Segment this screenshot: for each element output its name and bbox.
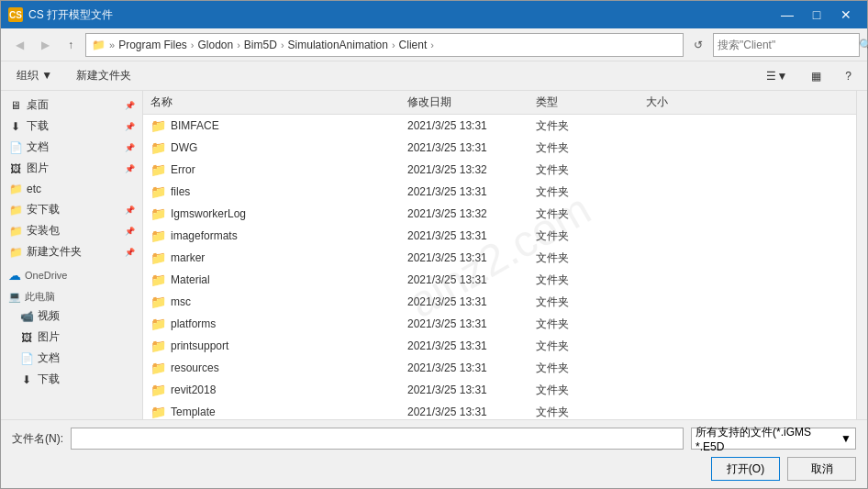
col-header-type[interactable]: 类型	[536, 94, 646, 110]
breadcrumb-2[interactable]: Glodon	[197, 39, 233, 51]
table-row[interactable]: 📁 BIMFACE 2021/3/25 13:31 文件夹	[143, 115, 856, 137]
col-header-name[interactable]: 名称	[150, 94, 407, 110]
table-row[interactable]: 📁 Error 2021/3/25 13:32 文件夹	[143, 159, 856, 181]
table-row[interactable]: 📁 Template 2021/3/25 13:31 文件夹	[143, 401, 856, 419]
sidebar-item-docs2[interactable]: 📄 文档	[1, 348, 142, 369]
file-type: 文件夹	[536, 206, 646, 222]
refresh-button[interactable]: ↺	[687, 34, 709, 56]
sidebar-item-install[interactable]: 📁 安下载 📌	[1, 199, 142, 220]
pin-icon-2: 📌	[125, 122, 135, 131]
breadcrumb-root: 📁	[92, 39, 106, 51]
search-input[interactable]	[718, 39, 855, 51]
file-name: msc	[171, 295, 407, 308]
filetype-select[interactable]: 所有支持的文件(*.iGMS *.E5D ▼	[691, 428, 856, 450]
pin-icon-3: 📌	[125, 143, 135, 152]
sidebar-item-pics2[interactable]: 🖼 图片	[1, 327, 142, 348]
table-row[interactable]: 📁 IgmsworkerLog 2021/3/25 13:32 文件夹	[143, 203, 856, 225]
desktop-icon: 🖥	[8, 98, 23, 113]
up-button[interactable]: ↑	[60, 34, 82, 56]
sidebar-label-docs2: 文档	[38, 350, 60, 366]
file-date: 2021/3/25 13:31	[407, 361, 536, 374]
sidebar-item-docs1[interactable]: 📄 文档 📌	[1, 137, 142, 158]
pin-icon-5: 📌	[125, 206, 135, 215]
file-type: 文件夹	[536, 405, 646, 420]
docs2-icon: 📄	[19, 351, 34, 366]
sidebar-label-videos: 视频	[38, 308, 60, 324]
sidebar-item-videos[interactable]: 📹 视频	[1, 306, 142, 327]
new-folder-button[interactable]: 新建文件夹	[68, 65, 139, 87]
breadcrumb-4[interactable]: SimulationAnimation	[288, 39, 388, 51]
file-date: 2021/3/25 13:31	[407, 185, 536, 198]
sidebar-item-pkg[interactable]: 📁 安装包 📌	[1, 220, 142, 241]
file-date: 2021/3/25 13:32	[407, 207, 536, 220]
organize-button[interactable]: 组织 ▼	[8, 65, 61, 87]
filename-input[interactable]	[71, 428, 684, 450]
table-row[interactable]: 📁 printsupport 2021/3/25 13:31 文件夹	[143, 335, 856, 357]
breadcrumb-1[interactable]: Program Files	[118, 39, 187, 51]
scrollbar[interactable]	[856, 91, 867, 419]
table-row[interactable]: 📁 files 2021/3/25 13:31 文件夹	[143, 181, 856, 203]
file-type: 文件夹	[536, 272, 646, 288]
sidebar-item-newfolder[interactable]: 📁 新建文件夹 📌	[1, 241, 142, 262]
app-icon: CS	[8, 7, 23, 22]
computer-icon: 💻	[8, 291, 21, 303]
file-name: Material	[171, 273, 407, 286]
table-row[interactable]: 📁 imageformats 2021/3/25 13:31 文件夹	[143, 225, 856, 247]
sidebar-item-etc[interactable]: 📁 etc	[1, 179, 142, 199]
folder-icon: 📁	[150, 405, 165, 419]
file-name: marker	[171, 251, 407, 264]
table-row[interactable]: 📁 marker 2021/3/25 13:31 文件夹	[143, 247, 856, 269]
forward-button[interactable]: ▶	[34, 34, 56, 56]
table-row[interactable]: 📁 platforms 2021/3/25 13:31 文件夹	[143, 313, 856, 335]
help-button[interactable]: ?	[837, 65, 860, 87]
sidebar-item-pics1[interactable]: 🖼 图片 📌	[1, 158, 142, 179]
cancel-button[interactable]: 取消	[787, 457, 856, 481]
close-button[interactable]: ✕	[832, 6, 860, 24]
maximize-button[interactable]: □	[803, 6, 830, 24]
open-button[interactable]: 打开(O)	[711, 457, 780, 481]
onedrive-section[interactable]: ☁ OneDrive	[1, 262, 142, 284]
breadcrumb-3[interactable]: Bim5D	[244, 39, 277, 51]
sidebar-label-pkg: 安装包	[27, 223, 60, 239]
onedrive-icon: ☁	[8, 268, 21, 283]
address-bar[interactable]: 📁 » Program Files › Glodon › Bim5D › Sim…	[85, 33, 684, 57]
file-type: 文件夹	[536, 339, 646, 354]
file-type: 文件夹	[536, 228, 646, 244]
main-area: 🖥 桌面 📌 ⬇ 下载 📌 📄 文档 📌 🖼 图片 📌 📁 et	[1, 91, 867, 419]
onedrive-label: OneDrive	[25, 270, 67, 281]
view-grid-button[interactable]: ▦	[803, 65, 829, 87]
sidebar-item-desktop[interactable]: 🖥 桌面 📌	[1, 94, 142, 116]
search-box[interactable]: 🔍	[713, 33, 860, 57]
file-name: printsupport	[171, 339, 407, 352]
folder-icon: 📁	[150, 272, 165, 287]
table-row[interactable]: 📁 DWG 2021/3/25 13:31 文件夹	[143, 137, 856, 159]
col-header-date[interactable]: 修改日期	[407, 94, 536, 110]
back-button[interactable]: ◀	[8, 34, 30, 56]
sidebar-label-etc: etc	[27, 183, 41, 195]
table-row[interactable]: 📁 revit2018 2021/3/25 13:31 文件夹	[143, 379, 856, 401]
table-row[interactable]: 📁 resources 2021/3/25 13:31 文件夹	[143, 357, 856, 379]
file-name: imageformats	[171, 229, 407, 242]
table-row[interactable]: 📁 msc 2021/3/25 13:31 文件夹	[143, 291, 856, 313]
sidebar: 🖥 桌面 📌 ⬇ 下载 📌 📄 文档 📌 🖼 图片 📌 📁 et	[1, 91, 143, 419]
minimize-button[interactable]: —	[773, 6, 801, 24]
view-list-button[interactable]: ☰▼	[758, 65, 796, 87]
video-icon: 📹	[19, 309, 34, 324]
filename-label: 文件名(N):	[12, 431, 63, 447]
sidebar-label-desktop: 桌面	[27, 97, 49, 113]
folder-icon-install: 📁	[8, 203, 23, 217]
filename-row: 文件名(N): 所有支持的文件(*.iGMS *.E5D ▼	[12, 428, 856, 450]
file-date: 2021/3/25 13:31	[407, 317, 536, 330]
file-date: 2021/3/25 13:32	[407, 163, 536, 176]
breadcrumb-5[interactable]: Client	[399, 39, 428, 51]
file-date: 2021/3/25 13:31	[407, 229, 536, 242]
sidebar-label-pics1: 图片	[27, 161, 49, 176]
title-bar: CS CS 打开模型文件 — □ ✕	[1, 1, 867, 28]
file-name: platforms	[171, 317, 407, 330]
sidebar-item-download1[interactable]: ⬇ 下载 📌	[1, 116, 142, 137]
file-date: 2021/3/25 13:31	[407, 295, 536, 308]
col-header-size[interactable]: 大小	[646, 94, 738, 110]
sidebar-item-download2[interactable]: ⬇ 下载	[1, 369, 142, 390]
thispc-section[interactable]: 💻 此电脑	[1, 284, 142, 306]
table-row[interactable]: 📁 Material 2021/3/25 13:31 文件夹	[143, 269, 856, 291]
